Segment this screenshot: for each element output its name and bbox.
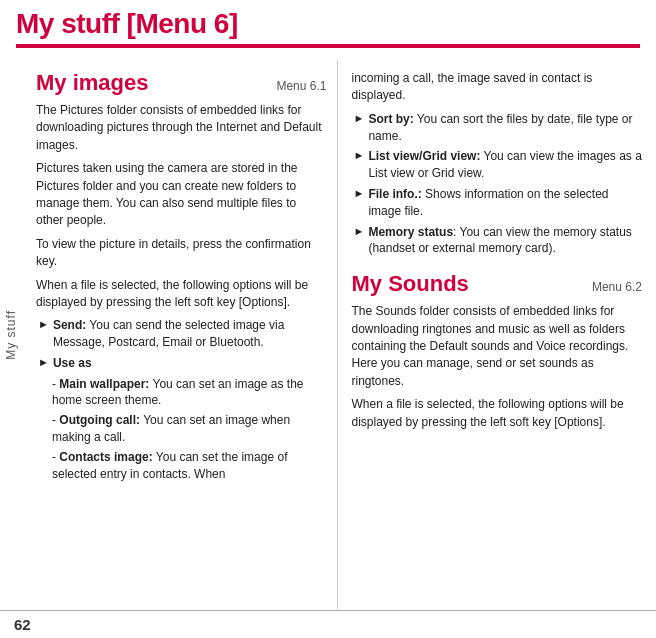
bullet-text-send: Send: You can send the selected image vi…	[53, 317, 327, 351]
sidebar: My stuff	[0, 60, 22, 610]
bullet-send: ► Send: You can send the selected image …	[36, 317, 327, 351]
section-menu-sounds: Menu 6.2	[592, 280, 642, 294]
sub-bullet-contacts-image: Contacts image: You can set the image of…	[36, 449, 327, 483]
section-title-images: My images	[36, 70, 149, 96]
bullet-arrow-file-info: ►	[354, 187, 365, 199]
section-header-sounds: My Sounds Menu 6.2	[352, 271, 643, 297]
bullet-text-use-as: Use as	[53, 355, 92, 372]
bullet-memory-status: ► Memory status: You can view the memory…	[352, 224, 643, 258]
section-menu-images: Menu 6.1	[276, 79, 326, 93]
bullet-arrow-sort-by: ►	[354, 112, 365, 124]
bullet-arrow-use-as: ►	[38, 356, 49, 368]
sub-bullet-outgoing-call: Outgoing call: You can set an image when…	[36, 412, 327, 446]
bullet-text-file-info: File info.: Shows information on the sel…	[368, 186, 642, 220]
main-content: My images Menu 6.1 The Pictures folder c…	[22, 60, 656, 610]
sounds-para-2: When a file is selected, the following o…	[352, 396, 643, 431]
right-column: incoming a call, the image saved in cont…	[338, 60, 657, 610]
bullet-sort-by: ► Sort by: You can sort the files by dat…	[352, 111, 643, 145]
bullet-list-view: ► List view/Grid view: You can view the …	[352, 148, 643, 182]
bullet-text-sort-by: Sort by: You can sort the files by date,…	[368, 111, 642, 145]
sub-text-outgoing-call: Outgoing call: You can set an image when…	[52, 413, 290, 444]
bullet-text-memory-status: Memory status: You can view the memory s…	[368, 224, 642, 258]
left-para-1: The Pictures folder consists of embedded…	[36, 102, 327, 154]
left-para-4: When a file is selected, the following o…	[36, 277, 327, 312]
bullet-arrow-memory-status: ►	[354, 225, 365, 237]
page-title: My stuff [Menu 6]	[16, 8, 640, 40]
sounds-para-1: The Sounds folder consists of embedded l…	[352, 303, 643, 390]
sidebar-label: My stuff	[4, 310, 18, 360]
sub-text-main-wallpaper: Main wallpaper: You can set an image as …	[52, 377, 304, 408]
left-para-3: To view the picture in details, press th…	[36, 236, 327, 271]
right-intro-text: incoming a call, the image saved in cont…	[352, 70, 643, 105]
bullet-text-list-view: List view/Grid view: You can view the im…	[368, 148, 642, 182]
page-number: 62	[14, 616, 31, 633]
bullet-use-as: ► Use as	[36, 355, 327, 372]
page-header: My stuff [Menu 6]	[0, 0, 656, 54]
left-column: My images Menu 6.1 The Pictures folder c…	[22, 60, 338, 610]
footer: 62	[0, 610, 656, 638]
section-header-images: My images Menu 6.1	[36, 70, 327, 96]
sub-bullet-main-wallpaper: Main wallpaper: You can set an image as …	[36, 376, 327, 410]
section-title-sounds: My Sounds	[352, 271, 469, 297]
bullet-file-info: ► File info.: Shows information on the s…	[352, 186, 643, 220]
title-bar	[16, 44, 640, 48]
bullet-arrow-list-view: ►	[354, 149, 365, 161]
bullet-arrow-send: ►	[38, 318, 49, 330]
sub-text-contacts-image: Contacts image: You can set the image of…	[52, 450, 287, 481]
left-para-2: Pictures taken using the camera are stor…	[36, 160, 327, 230]
